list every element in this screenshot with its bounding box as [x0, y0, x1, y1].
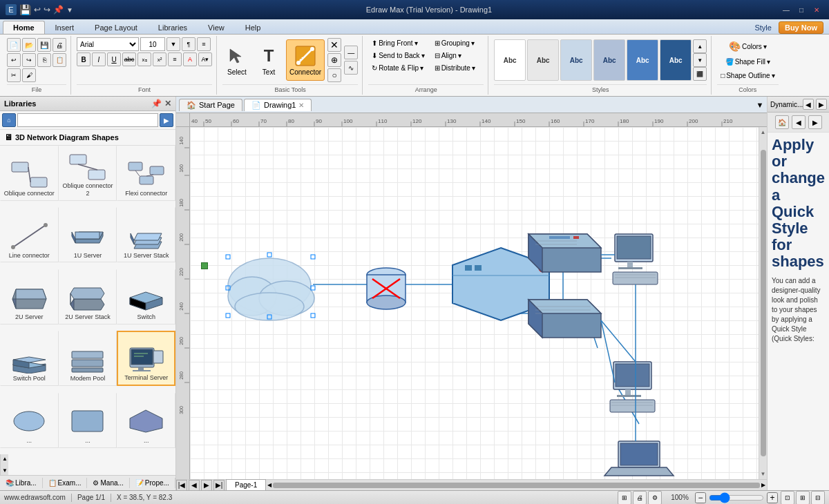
- line-tool[interactable]: —: [344, 46, 358, 59]
- shape-outline-btn[interactable]: □ Shape Outline ▾: [717, 70, 778, 81]
- shape-flexi-connector[interactable]: Flexi connector: [117, 146, 175, 201]
- shape-fill-btn[interactable]: 🪣 Shape Fill ▾: [722, 56, 774, 68]
- open-btn[interactable]: 📂: [22, 38, 36, 52]
- title-quick-save[interactable]: 💾: [19, 4, 31, 15]
- tab-home[interactable]: Home: [3, 21, 45, 34]
- style-box-2[interactable]: Abc: [527, 39, 559, 81]
- cut-btn[interactable]: ✂: [7, 68, 21, 82]
- circle-tool[interactable]: ○: [327, 68, 341, 82]
- status-icon-1[interactable]: ⊞: [618, 491, 631, 505]
- styles-up[interactable]: ▲: [693, 39, 707, 53]
- lib-tab-manage[interactable]: ⚙ Mana...: [87, 478, 129, 488]
- right-panel-nav-fwd[interactable]: ▶: [816, 99, 827, 110]
- right-nav-back[interactable]: ◀: [792, 115, 806, 129]
- font-size-down[interactable]: ▼: [166, 37, 180, 51]
- right-panel-nav-back[interactable]: ◀: [803, 99, 814, 110]
- bring-front-btn[interactable]: ⬆ Bring Front ▾: [368, 37, 428, 49]
- cloud-shape[interactable]: [226, 253, 315, 320]
- title-dropdown[interactable]: ▼: [66, 6, 73, 14]
- style-box-5[interactable]: Abc: [627, 39, 658, 81]
- drawing1-close[interactable]: ✕: [298, 101, 304, 109]
- print-btn[interactable]: 🖨: [53, 38, 66, 52]
- zoom-in-btn[interactable]: +: [767, 492, 778, 503]
- shape-1u-server[interactable]: 1U Server: [59, 207, 117, 262]
- style-box-3[interactable]: Abc: [560, 39, 592, 81]
- title-quick-pin[interactable]: 📌: [53, 5, 64, 14]
- status-icon-2[interactable]: 🖨: [633, 491, 647, 505]
- format-btn[interactable]: 🖌: [22, 68, 36, 82]
- shape-extra-1[interactable]: ...: [0, 393, 59, 448]
- italic-btn[interactable]: I: [92, 52, 106, 66]
- shape-2u-server-stack[interactable]: 2U Server Stack: [59, 269, 117, 324]
- drawing-canvas[interactable]: [190, 127, 759, 479]
- align-btn[interactable]: ⊟ Align ▾: [431, 50, 479, 61]
- canvas-scrollbar-v[interactable]: ▲ ▼: [759, 127, 767, 479]
- lib-tab-examples[interactable]: 📋 Exam...: [43, 478, 88, 488]
- grid-btn[interactable]: ⊞: [796, 491, 810, 505]
- lib-scroll-up[interactable]: ▲: [1, 454, 8, 463]
- strikethrough-btn[interactable]: abc: [122, 52, 136, 66]
- underline-btn[interactable]: U: [107, 52, 121, 66]
- select-tool-btn[interactable]: Select: [222, 39, 251, 81]
- canvas-tab-drawing1[interactable]: 📄 Drawing1 ✕: [244, 99, 312, 111]
- vscroll-up[interactable]: ▲: [760, 128, 767, 136]
- canvas-scroll-btn[interactable]: ▼: [753, 98, 767, 112]
- lib-search-btn[interactable]: ▶: [160, 113, 173, 127]
- hscroll-left[interactable]: ◀: [267, 482, 271, 488]
- colors-btn[interactable]: 🎨 Colors ▾: [725, 39, 770, 54]
- snap-btn[interactable]: ⊟: [811, 491, 825, 505]
- bottom-server-shape[interactable]: [528, 300, 601, 338]
- mid-right-pc[interactable]: [610, 362, 655, 412]
- plus-tool[interactable]: ✕: [327, 38, 341, 52]
- lib-search-input[interactable]: [17, 113, 158, 127]
- shape-extra-3[interactable]: ...: [117, 393, 175, 448]
- top-server-shape[interactable]: [528, 234, 601, 272]
- text-tool-btn[interactable]: T Text: [254, 39, 283, 81]
- shape-extra-2[interactable]: ...: [59, 393, 117, 448]
- right-nav-home[interactable]: 🏠: [775, 115, 789, 129]
- distribute-btn[interactable]: ⊞ Distribute ▾: [431, 62, 479, 74]
- align-btn[interactable]: ≡: [168, 52, 182, 66]
- libraries-pin-icon[interactable]: 📌: [151, 99, 162, 108]
- hscroll-thumb[interactable]: [273, 483, 760, 488]
- rotate-btn[interactable]: ↻ Rotate & Flip ▾: [368, 62, 428, 74]
- database-shape[interactable]: [367, 268, 406, 309]
- paste-btn[interactable]: 📋: [53, 53, 66, 67]
- lib-scrollbar[interactable]: ▲ ▼: [0, 454, 8, 475]
- title-quick-undo[interactable]: ↩: [34, 5, 41, 14]
- shape-terminal-server[interactable]: Terminal Server: [117, 331, 175, 386]
- copy-btn[interactable]: ⎘: [37, 53, 51, 67]
- page-nav-first[interactable]: |◀: [176, 480, 187, 491]
- new-btn[interactable]: 📄: [7, 38, 21, 52]
- tab-view[interactable]: View: [198, 21, 235, 34]
- shape-modem-pool[interactable]: Modem Pool: [59, 331, 117, 386]
- font-name-select[interactable]: Arial: [77, 37, 139, 51]
- tab-page-layout[interactable]: Page Layout: [84, 21, 148, 34]
- vscroll-down[interactable]: ▼: [760, 470, 767, 478]
- highlight-btn[interactable]: A▾: [198, 52, 212, 66]
- page-nav-prev[interactable]: ◀: [189, 480, 200, 491]
- color-a-btn[interactable]: A: [183, 52, 197, 66]
- shape-switch-pool[interactable]: Switch Pool: [0, 331, 59, 386]
- grouping-btn[interactable]: ⊞ Grouping ▾: [431, 37, 479, 49]
- page-tab-1[interactable]: Page-1: [226, 479, 266, 490]
- shape-oblique-connector[interactable]: Oblique connector: [0, 146, 59, 201]
- vscroll-thumb[interactable]: [761, 150, 766, 456]
- shape-switch[interactable]: Switch: [117, 269, 175, 324]
- tab-libraries[interactable]: Libraries: [148, 21, 198, 34]
- canvas-tab-start-page[interactable]: 🏠 Start Page: [179, 99, 242, 111]
- bold-btn[interactable]: B: [77, 52, 90, 66]
- curve-tool[interactable]: ∿: [344, 61, 358, 75]
- shape-oblique-connector-2[interactable]: Oblique connector 2: [59, 146, 117, 201]
- connector-tool-btn[interactable]: Connector: [286, 39, 325, 81]
- undo-btn[interactable]: ↩: [7, 53, 21, 67]
- paragraph-btn[interactable]: ¶: [182, 37, 196, 51]
- fit-btn[interactable]: ⊡: [781, 491, 794, 505]
- title-quick-redo[interactable]: ↪: [44, 5, 50, 14]
- canvas-diagram-svg[interactable]: [190, 127, 759, 479]
- buynow-button[interactable]: Buy Now: [779, 21, 823, 34]
- subscript-btn[interactable]: x₂: [137, 52, 151, 66]
- lib-tab-libraries[interactable]: 📚 Libra...: [0, 478, 43, 488]
- zoom-out-btn[interactable]: −: [695, 492, 706, 503]
- zoom-slider[interactable]: [709, 494, 764, 502]
